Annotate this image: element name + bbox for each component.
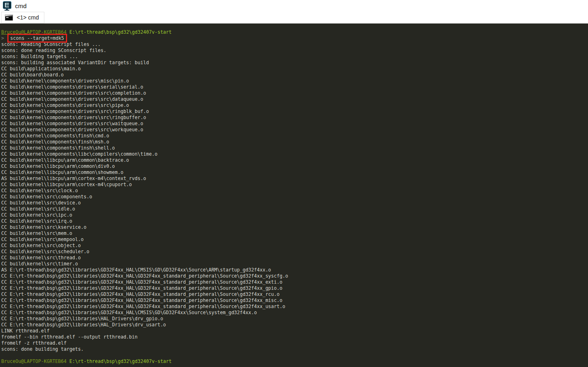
prompt-path: E:\rt-thread\bsp\gd32\gd32407v-start (70, 358, 172, 364)
prompt-char: > (1, 35, 4, 41)
terminal-line: CC build\kernel\components\libc\compiler… (1, 151, 588, 157)
text-segment (4, 35, 7, 41)
terminal-line: BruceOu@LAPTOP-KGRTEB64 E:\rt-thread\bsp… (1, 29, 588, 35)
terminal-line: CC build\kernel\components\drivers\src\r… (1, 115, 588, 121)
terminal-line: CC build\kernel\src\kservice.o (1, 224, 588, 230)
terminal-line: CC build\kernel\src\irq.o (1, 218, 588, 224)
terminal-line: scons: done building targets. (1, 346, 588, 352)
console-icon-titlebar (5, 15, 13, 16)
tab-label: <1> cmd (17, 14, 39, 21)
terminal-line: fromelf -z rtthread.elf (1, 340, 588, 346)
conemu-icon-base (4, 10, 9, 11)
terminal-line: CC E:\rt-thread\bsp\gd32\libraries\GD32F… (1, 285, 588, 291)
terminal-line: AS build\kernel\libcpu\arm\cortex-m4\con… (1, 176, 588, 182)
console-icon (5, 15, 13, 21)
terminal-line: CC E:\rt-thread\bsp\gd32\libraries\GD32F… (1, 304, 588, 310)
terminal-line: CC build\kernel\src\components.o (1, 194, 588, 200)
terminal-line: CC build\kernel\components\drivers\seria… (1, 84, 588, 90)
terminal-line: CC build\kernel\components\drivers\src\p… (1, 102, 588, 109)
prompt-user: BruceOu@LAPTOP-KGRTEB64 (1, 29, 67, 35)
terminal-line: CC build\kernel\src\object.o (1, 243, 588, 249)
terminal-line: CC build\kernel\components\finsh\cmd.o (1, 133, 588, 139)
terminal-line: CC E:\rt-thread\bsp\gd32\libraries\GD32F… (1, 279, 588, 285)
window-title: cmd (15, 2, 26, 9)
terminal-line: scons: Building targets ... (1, 54, 588, 60)
conemu-icon (2, 1, 11, 11)
conemu-icon-glyph (5, 3, 9, 7)
terminal-line: CC build\kernel\src\clock.o (1, 188, 588, 194)
terminal-line: CC E:\rt-thread\bsp\gd32\libraries\GD32F… (1, 298, 588, 304)
terminal-line (1, 352, 588, 358)
conemu-icon-screen (3, 1, 11, 9)
terminal-line: CC build\kernel\src\mempool.o (1, 237, 588, 243)
terminal-line: CC build\kernel\src\device.o (1, 200, 588, 206)
terminal-line: CC E:\rt-thread\bsp\gd32\libraries\GD32F… (1, 310, 588, 316)
terminal-line: CC build\applications\main.o (1, 66, 588, 72)
terminal-line: CC build\kernel\src\mem.o (1, 230, 588, 237)
command-text-annotation-box: scons --target=mdk5 (7, 35, 67, 41)
terminal-line: LINK rtthread.elf (1, 328, 588, 334)
terminal-line: scons: building associated VariantDir ta… (1, 60, 588, 66)
terminal-line: CC build\kernel\components\finsh\shell.o (1, 145, 588, 151)
tab-bar: <1> cmd (0, 12, 588, 23)
terminal-line: scons: Reading SConscript files ... (1, 41, 588, 48)
terminal-line: CC build\kernel\components\drivers\src\r… (1, 109, 588, 115)
console-icon-prompt-mark (6, 17, 9, 18)
terminal-line: CC build\kernel\components\drivers\src\w… (1, 121, 588, 127)
terminal-line: CC E:\rt-thread\bsp\gd32\libraries\HAL_D… (1, 322, 588, 328)
terminal[interactable]: BruceOu@LAPTOP-KGRTEB64 E:\rt-thread\bsp… (0, 23, 588, 367)
terminal-line: CC build\board\board.o (1, 72, 588, 78)
terminal-line: CC E:\rt-thread\bsp\gd32\libraries\GD32F… (1, 273, 588, 279)
terminal-line: CC build\kernel\src\thread.o (1, 255, 588, 261)
text-segment (67, 29, 70, 35)
text-segment (67, 358, 70, 364)
terminal-line: BruceOu@LAPTOP-KGRTEB64 E:\rt-thread\bsp… (1, 358, 588, 365)
terminal-line: CC build\kernel\components\drivers\src\c… (1, 90, 588, 96)
terminal-line: > scons --target=mdk5 (1, 35, 588, 41)
terminal-line: fromelf --bin rtthread.elf --output rtth… (1, 334, 588, 340)
terminal-line: CC build\kernel\libcpu\arm\cortex-m4\cpu… (1, 182, 588, 188)
terminal-line: CC E:\rt-thread\bsp\gd32\libraries\GD32F… (1, 291, 588, 298)
prompt-path: E:\rt-thread\bsp\gd32\gd32407v-start (70, 29, 172, 35)
terminal-line: AS E:\rt-thread\bsp\gd32\libraries\GD32F… (1, 267, 588, 273)
terminal-line: CC build\kernel\components\finsh\msh.o (1, 139, 588, 145)
terminal-line: CC build\kernel\src\scheduler.o (1, 249, 588, 255)
terminal-line: CC build\kernel\libcpu\arm\common\showme… (1, 169, 588, 176)
terminal-line: CC build\kernel\src\ipc.o (1, 212, 588, 218)
terminal-line: scons: done reading SConscript files. (1, 48, 588, 54)
tab-cmd[interactable]: <1> cmd (1, 12, 44, 23)
terminal-line: CC build\kernel\components\drivers\src\w… (1, 127, 588, 133)
terminal-line: CC build\kernel\components\drivers\misc\… (1, 78, 588, 84)
terminal-line: CC build\kernel\libcpu\arm\common\backtr… (1, 157, 588, 163)
terminal-line: CC build\kernel\src\timer.o (1, 261, 588, 267)
terminal-line: CC E:\rt-thread\bsp\gd32\libraries\HAL_D… (1, 316, 588, 322)
window-titlebar: cmd (0, 0, 588, 12)
terminal-line: CC build\kernel\src\idle.o (1, 206, 588, 212)
prompt-user: BruceOu@LAPTOP-KGRTEB64 (1, 358, 67, 364)
terminal-line: CC build\kernel\libcpu\arm\common\div0.o (1, 163, 588, 169)
terminal-line: CC build\kernel\components\drivers\src\d… (1, 96, 588, 102)
